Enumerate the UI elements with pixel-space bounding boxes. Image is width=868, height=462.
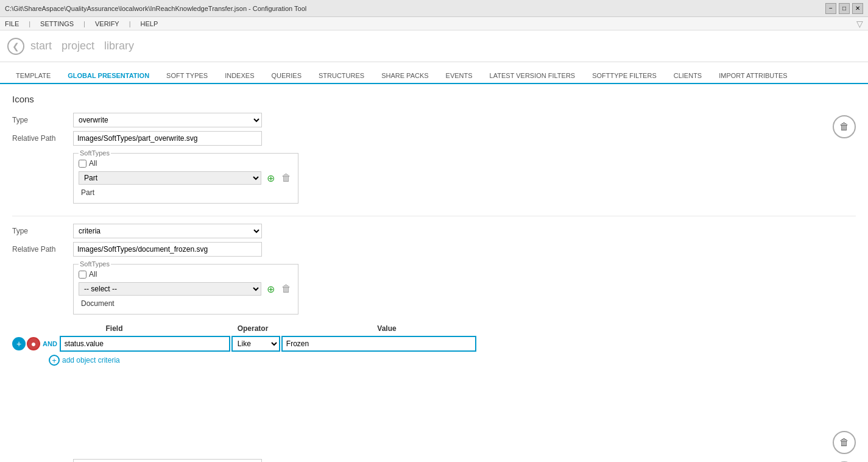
tab-clients[interactable]: CLIENTS (665, 68, 710, 84)
icon1-softtypes-fieldset: SoftTypes All Part Document Organization… (73, 149, 298, 204)
icon2-type-select[interactable]: overwrite criteria portBinding (73, 224, 262, 238)
menu-help[interactable]: HELP (141, 20, 158, 27)
nav-project[interactable]: project (62, 40, 94, 52)
tab-soft-types[interactable]: SOFT TYPES (158, 68, 216, 84)
title-bar: C:\Git\ShareAspace\QualityAssurance\loca… (0, 0, 868, 17)
icon1-delete-button[interactable]: 🗑 (833, 115, 856, 138)
icon1-softtypes-select[interactable]: Part Document Organization (79, 171, 261, 185)
icon2-path-input[interactable] (73, 242, 262, 257)
criteria-operator-select[interactable]: Like Equals Contains StartsWith (231, 336, 280, 352)
main-content: Icons Type overwrite criteria portBindin… (0, 84, 868, 462)
criteria-field-input[interactable] (60, 336, 230, 352)
maximize-button[interactable]: □ (839, 3, 850, 14)
tab-structures[interactable]: STRUCTURES (310, 68, 373, 84)
menu-file[interactable]: FILE (5, 20, 19, 27)
icon3-type-row: Type overwrite criteria portBinding (12, 459, 820, 462)
title-bar-controls: − □ ✕ (825, 3, 863, 14)
nav-links: start project library (30, 40, 134, 52)
icon2-softtypes-wrapper: SoftTypes All -- select -- Part Document… (73, 260, 820, 315)
icon1-type-label: Type (12, 116, 73, 124)
icon3-type-select[interactable]: overwrite criteria portBinding (73, 459, 262, 462)
add-criteria-row: + add object criteria (49, 355, 820, 366)
icon1-softtypes-select-row: Part Document Organization ⊕ 🗑 (79, 171, 293, 185)
icon1-all-checkbox[interactable] (79, 160, 86, 168)
menu-settings[interactable]: SETTINGS (40, 20, 74, 27)
icon2-all-checkbox-row: All (79, 270, 293, 279)
tab-queries[interactable]: QUERIES (263, 68, 310, 84)
icon2-all-checkbox[interactable] (79, 271, 86, 279)
criteria-field-header: Field (12, 324, 216, 333)
icon1-all-label: All (89, 159, 97, 168)
icon2-all-label: All (89, 270, 97, 279)
icon2-path-label: Relative Path (12, 245, 73, 254)
tab-bar: TEMPLATE GLOBAL PRESENTATION SOFT TYPES … (0, 62, 868, 84)
tab-template[interactable]: TEMPLATE (7, 68, 59, 84)
tab-global-presentation[interactable]: GLOBAL PRESENTATION (59, 68, 158, 84)
criteria-header: Field Operator Value (12, 322, 820, 335)
icon-block-2: Type overwrite criteria portBinding Rela… (12, 224, 856, 454)
minimize-button[interactable]: − (825, 3, 836, 14)
icon1-type-row: Type overwrite criteria portBinding (12, 113, 820, 127)
icon2-softtypes-fieldset: SoftTypes All -- select -- Part Document… (73, 260, 298, 315)
icon1-softtype-item: Part (79, 187, 293, 198)
criteria-operator-header: Operator (216, 324, 289, 333)
divider-1 (12, 216, 856, 216)
icon2-softtypes-select[interactable]: -- select -- Part Document Organization (79, 282, 261, 296)
icon1-delete-softtype-button[interactable]: 🗑 (280, 171, 293, 185)
icon-block-1: Type overwrite criteria portBinding Rela… (12, 113, 856, 208)
icon1-content: Type overwrite criteria portBinding Rela… (12, 113, 820, 208)
tab-softtype-filters[interactable]: SOFTTYPE FILTERS (584, 68, 665, 84)
section-title: Icons (12, 94, 856, 104)
title-bar-text: C:\Git\ShareAspace\QualityAssurance\loca… (5, 5, 306, 12)
close-button[interactable]: ✕ (852, 3, 863, 14)
icon2-type-row: Type overwrite criteria portBinding (12, 224, 820, 238)
criteria-section: Field Operator Value + ● AND Like Equals… (12, 322, 820, 366)
add-criteria-label[interactable]: add object criteria (62, 356, 120, 364)
icon2-softtypes-legend: SoftTypes (79, 260, 111, 268)
icon2-delete-button[interactable]: 🗑 (833, 431, 856, 454)
icon1-type-select[interactable]: overwrite criteria portBinding (73, 113, 262, 127)
back-button[interactable]: ❮ (7, 38, 24, 55)
nav-library[interactable]: library (104, 40, 134, 52)
criteria-value-header: Value (289, 324, 484, 333)
criteria-remove-button[interactable]: ● (27, 337, 40, 350)
dropdown-arrow-icon: ▽ (856, 19, 863, 29)
icon1-softtypes-legend: SoftTypes (79, 149, 111, 157)
icon2-softtypes-select-row: -- select -- Part Document Organization … (79, 282, 293, 296)
icon3-content: Type overwrite criteria portBinding Rela… (12, 459, 820, 462)
tab-share-packs[interactable]: SHARE PACKS (373, 68, 437, 84)
icon-block-3: Type overwrite criteria portBinding Rela… (12, 459, 856, 462)
icon2-type-label: Type (12, 227, 73, 235)
nav-start[interactable]: start (30, 40, 52, 52)
criteria-row-1: + ● AND Like Equals Contains StartsWith (12, 335, 820, 352)
icon1-path-input[interactable] (73, 131, 262, 146)
icon2-content: Type overwrite criteria portBinding Rela… (12, 224, 820, 373)
menu-bar: FILE | SETTINGS | VERIFY | HELP ▽ (0, 17, 868, 30)
app-header: ❮ start project library (0, 30, 868, 62)
icon2-delete-softtype-button[interactable]: 🗑 (280, 282, 293, 296)
add-criteria-circle-icon[interactable]: + (49, 355, 60, 366)
tab-indexes[interactable]: INDEXES (216, 68, 263, 84)
icon1-path-label: Relative Path (12, 134, 73, 143)
menu-verify[interactable]: VERIFY (95, 20, 119, 27)
icon1-add-softtype-button[interactable]: ⊕ (264, 171, 277, 185)
criteria-add-button[interactable]: + (12, 337, 26, 350)
criteria-and-label: AND (43, 340, 57, 347)
icon1-path-row: Relative Path (12, 131, 820, 146)
tab-events[interactable]: EVENTS (437, 68, 481, 84)
icon2-add-softtype-button[interactable]: ⊕ (264, 282, 277, 296)
icon2-path-row: Relative Path (12, 242, 820, 257)
tab-latest-version-filters[interactable]: LATEST VERSION FILTERS (481, 68, 584, 84)
criteria-value-input[interactable] (281, 336, 476, 352)
icon1-all-checkbox-row: All (79, 159, 293, 168)
tab-import-attributes[interactable]: IMPORT ATTRIBUTES (710, 68, 796, 84)
icon1-softtypes-wrapper: SoftTypes All Part Document Organization… (73, 149, 820, 204)
icon2-softtype-item: Document (79, 298, 293, 309)
